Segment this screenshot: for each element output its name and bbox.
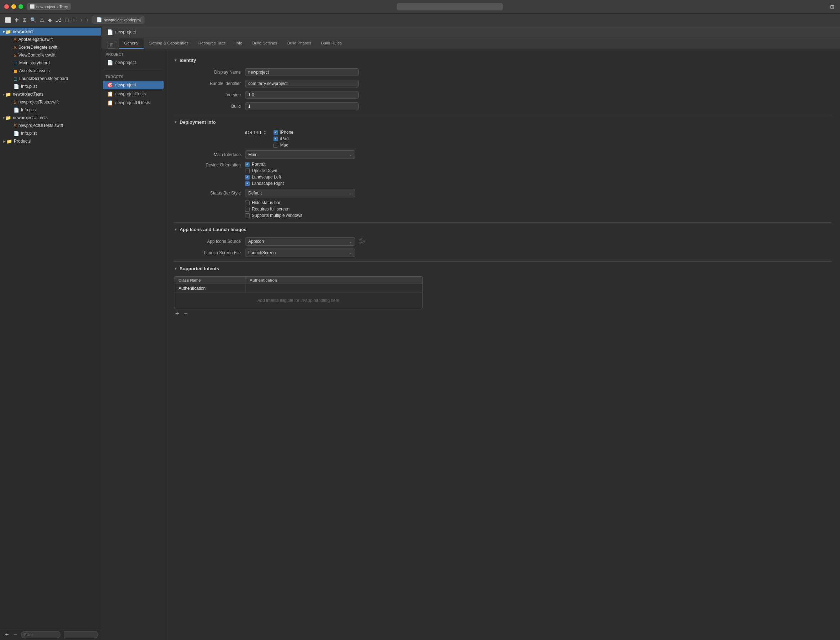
sidebar-item-newproject-root[interactable]: ▾ 📁 newproject <box>0 28 101 35</box>
supports-multiple-windows-checkbox[interactable] <box>245 213 250 218</box>
sidebar-item-MainStoryboard[interactable]: ◻ Main.storyboard <box>0 59 101 67</box>
supported-intents-expand-triangle[interactable]: ▼ <box>174 267 178 270</box>
minimize-button[interactable] <box>11 4 16 9</box>
warning-btn[interactable]: ⚠ <box>38 16 46 24</box>
app-icons-expand-triangle[interactable]: ▼ <box>174 227 178 232</box>
remove-intent-btn[interactable]: − <box>183 310 190 317</box>
sidebar-item-AppDelegate[interactable]: S AppDelegate.swift <box>0 35 101 43</box>
hide-status-bar-checkbox[interactable] <box>245 200 250 205</box>
ipad-label: iPad <box>280 136 289 141</box>
pt-item-target-uitests[interactable]: 📋 newprojectUITests <box>103 99 163 107</box>
sidebar-item-SceneDelegate[interactable]: S SceneDelegate.swift <box>0 43 101 51</box>
sidebar-item-label: Info.plist <box>21 131 37 136</box>
bundle-id-label: Bundle Identifier <box>174 81 245 86</box>
device-orientation-row: Device Orientation Portrait Upside Down <box>174 162 832 186</box>
status-bar-style-select[interactable]: Default ⌄ <box>245 189 355 197</box>
sidebar-item-label: SceneDelegate.swift <box>19 45 57 50</box>
scheme-btn[interactable]: ⊞ <box>21 16 28 24</box>
ios-version-text: iOS 14.1 <box>245 130 262 135</box>
search-btn[interactable]: 🔍 <box>29 16 38 24</box>
sidebar-item-InfoPlist1[interactable]: 📄 Info.plist <box>0 83 101 90</box>
iphone-checkbox[interactable] <box>274 130 278 135</box>
sidebar-item-newprojectUITestsSwift[interactable]: S newprojectUITests.swift <box>0 122 101 130</box>
identity-expand-triangle[interactable]: ▼ <box>174 58 178 62</box>
tab-build-rules[interactable]: Build Rules <box>316 38 347 49</box>
tab-info[interactable]: Info <box>230 38 247 49</box>
build-input[interactable] <box>245 102 359 110</box>
requires-full-screen-checkbox[interactable] <box>245 207 250 211</box>
assets-icon: ◼ <box>13 68 18 74</box>
sidebar-item-LaunchScreen[interactable]: ◻ LaunchScreen.storyboard <box>0 75 101 83</box>
back-btn[interactable]: ‹ <box>79 16 84 24</box>
version-input[interactable] <box>245 91 359 99</box>
landscape-left-checkbox[interactable] <box>245 175 250 179</box>
panel-toggle-btn[interactable]: ⊞ <box>107 41 116 49</box>
deployment-expand-triangle[interactable]: ▼ <box>174 120 178 124</box>
toolbar-left: ⬜ ✚ ⊞ 🔍 ⚠ ◆ ⎇ ◻ ≡ <box>3 16 77 24</box>
main-interface-label: Main Interface <box>174 152 245 157</box>
upside-down-checkbox[interactable] <box>245 168 250 173</box>
hierarchy-btn[interactable]: ≡ <box>71 16 77 24</box>
iphone-label: iPhone <box>280 130 293 135</box>
sidebar-item-newprojectUITests[interactable]: ▾ 📁 newprojectUITests <box>0 114 101 122</box>
ipad-row: iPad <box>274 136 293 141</box>
title-bar: ⬜ newproject › Terry ⊞ <box>0 0 840 13</box>
sidebar-item-label: Info.plist <box>21 84 37 89</box>
maximize-button[interactable] <box>19 4 23 9</box>
storyboard-icon: ◻ <box>13 61 18 66</box>
pt-item-project[interactable]: 📄 newproject <box>103 58 163 67</box>
sidebar-toggle-btn[interactable]: ⬜ <box>3 16 13 24</box>
ipad-checkbox[interactable] <box>274 136 278 141</box>
pt-item-target-tests[interactable]: 📋 newprojectTests <box>103 90 163 98</box>
sidebar-item-label: Products <box>14 139 30 144</box>
main-interface-select[interactable]: Main ⌄ <box>245 150 355 159</box>
sidebar-item-label: newprojectUITests.swift <box>19 123 63 128</box>
search-input[interactable] <box>397 3 503 11</box>
sidebar-item-InfoPlist3[interactable]: 📄 Info.plist <box>0 130 101 137</box>
table-row[interactable]: Authentication <box>174 284 423 293</box>
swift-icon: S <box>13 53 17 58</box>
swift-icon: S <box>13 45 17 50</box>
sidebar-item-ViewController[interactable]: S ViewController.swift <box>0 51 101 59</box>
scheme-selector[interactable]: ⬜ newproject › Terry <box>27 3 71 10</box>
sidebar-toggle-right[interactable]: ⊞ <box>829 3 836 10</box>
sidebar-content: ▾ 📁 newproject S AppDelegate.swift S Sce… <box>0 26 101 629</box>
tab-general[interactable]: General <box>119 38 144 49</box>
portrait-checkbox[interactable] <box>245 162 250 167</box>
git-btn[interactable]: ⎇ <box>54 16 62 24</box>
mac-checkbox[interactable] <box>274 143 278 147</box>
hide-status-bar-checkbox-row: Hide status bar <box>245 200 302 205</box>
upside-down-label: Upside Down <box>252 168 277 173</box>
display-name-input[interactable] <box>245 68 359 76</box>
forward-btn[interactable]: › <box>85 16 90 24</box>
sidebar-item-InfoPlist2[interactable]: 📄 Info.plist <box>0 106 101 114</box>
tab-resource-tags[interactable]: Resource Tags <box>194 38 231 49</box>
pt-item-label: newprojectTests <box>115 91 146 96</box>
tab-build-settings[interactable]: Build Settings <box>247 38 282 49</box>
sidebar-item-Products[interactable]: ▶ 📁 Products <box>0 137 101 145</box>
sidebar-item-Assets[interactable]: ◼ Assets.xcassets <box>0 67 101 75</box>
ios-version-control[interactable]: iOS 14.1 ▲▼ <box>245 130 266 136</box>
file-tab[interactable]: 📄 newproject.xcodeproj <box>93 16 145 24</box>
tab-bar: ⊞ General Signing & Capabilities Resourc… <box>101 38 840 49</box>
add-file-btn[interactable]: ✚ <box>13 16 20 24</box>
diamond-btn[interactable]: ◆ <box>46 16 53 24</box>
landscape-right-checkbox[interactable] <box>245 181 250 186</box>
app-icons-info-btn[interactable]: ⓘ <box>359 238 365 244</box>
tab-signing[interactable]: Signing & Capabilities <box>144 38 194 49</box>
close-button[interactable] <box>4 4 9 9</box>
bundle-id-input[interactable] <box>245 80 359 88</box>
add-intent-btn[interactable]: + <box>174 310 181 317</box>
tab-build-phases[interactable]: Build Phases <box>282 38 316 49</box>
pt-item-target-newproject[interactable]: 🎯 newproject <box>103 81 163 89</box>
shapes-btn[interactable]: ◻ <box>63 16 70 24</box>
sidebar-item-newprojectTestsSwift[interactable]: S newprojectTests.swift <box>0 98 101 106</box>
ios-version-stepper[interactable]: ▲▼ <box>264 130 266 136</box>
sidebar-item-label: Assets.xcassets <box>19 68 50 73</box>
intents-table-wrapper: Class Name Authentication Authentication… <box>174 276 423 308</box>
app-icons-source-select[interactable]: AppIcon ⌄ <box>245 237 355 246</box>
nav-arrows: ‹ › <box>79 16 90 24</box>
sidebar-item-newprojectTests[interactable]: ▾ 📁 newprojectTests <box>0 90 101 98</box>
launch-screen-file-select[interactable]: LaunchScreen ⌄ <box>245 248 355 257</box>
version-row: Version <box>174 91 832 99</box>
